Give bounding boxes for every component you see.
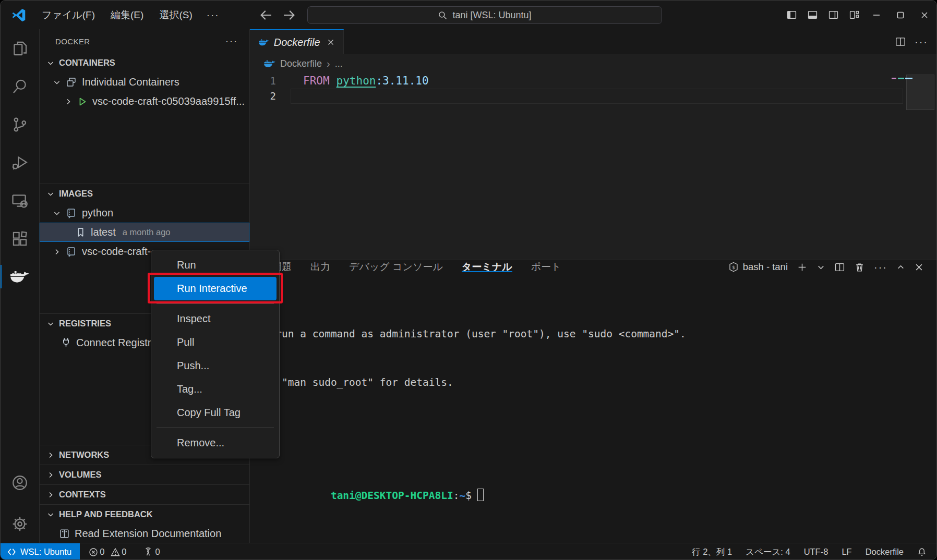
svg-text:$: $ (732, 265, 735, 270)
terminal-dropdown-icon[interactable] (816, 263, 825, 272)
menu-item-inspect[interactable]: Inspect (154, 307, 277, 331)
search-view-icon[interactable] (1, 67, 39, 105)
minimize-button[interactable] (864, 1, 888, 29)
chevron-right-icon (53, 248, 61, 256)
tree-item-image-python[interactable]: python (40, 203, 249, 223)
bash-terminal-icon: $ (728, 262, 739, 272)
eol[interactable]: LF (837, 547, 856, 557)
tab-output[interactable]: 出力 (310, 260, 330, 274)
menu-file[interactable]: ファイル(F) (34, 5, 103, 25)
forward-arrow-icon[interactable] (281, 7, 297, 23)
terminal-instance[interactable]: $ bash - tani (728, 261, 788, 273)
toggle-secondary-sidebar-icon[interactable] (823, 5, 844, 26)
maximize-panel-icon[interactable] (896, 263, 905, 272)
split-editor-icon[interactable] (895, 36, 906, 47)
containers-header[interactable]: CONTAINERS (40, 53, 249, 72)
menu-item-run-interactive[interactable]: Run Interactive (154, 277, 277, 300)
menu-item-copy-full-tag[interactable]: Copy Full Tag (154, 401, 277, 424)
chevron-down-icon (46, 190, 55, 198)
code-image-link[interactable]: python (337, 75, 376, 87)
toggle-panel-icon[interactable] (802, 5, 823, 26)
kill-terminal-trash-icon[interactable] (854, 262, 865, 273)
prompt-cwd: ~ (459, 490, 465, 502)
containers-group-icon (66, 77, 77, 88)
tree-item-individual-containers[interactable]: Individual Containers (40, 72, 249, 92)
notifications-bell-icon[interactable] (912, 547, 931, 557)
tab-terminal[interactable]: ターミナル (462, 260, 512, 274)
remote-indicator[interactable]: WSL: Ubuntu (1, 543, 80, 560)
titlebar-actions (781, 1, 936, 29)
tree-item-tag-latest[interactable]: latest a month ago (40, 223, 249, 242)
cursor-position[interactable]: 行 2、列 1 (687, 546, 737, 558)
menu-item-tag[interactable]: Tag... (154, 378, 277, 401)
menu-selection[interactable]: 選択(S) (151, 5, 200, 25)
new-terminal-icon[interactable] (797, 262, 808, 273)
warning-icon (111, 547, 120, 557)
menu-item-run[interactable]: Run (154, 253, 277, 277)
chevron-down-icon (53, 78, 61, 87)
menu-more-button[interactable]: ··· (200, 6, 226, 24)
source-control-icon[interactable] (1, 105, 39, 143)
chevron-right-icon (46, 471, 55, 479)
menu-item-pull[interactable]: Pull (154, 331, 277, 354)
close-window-button[interactable] (912, 1, 936, 29)
images-header[interactable]: IMAGES (40, 184, 249, 203)
breadcrumb-file[interactable]: Dockerfile (280, 58, 322, 69)
accounts-icon[interactable] (1, 464, 39, 502)
menu-edit[interactable]: 編集(E) (103, 5, 151, 25)
contexts-header[interactable]: CONTEXTS (40, 485, 249, 504)
tab-close-icon[interactable] (325, 35, 337, 49)
editor-tab-bar: Dockerfile ··· (250, 29, 936, 54)
breadcrumb-symbol[interactable]: ... (335, 58, 343, 69)
terminal-cursor (477, 489, 484, 501)
sidebar-more-button[interactable]: ··· (221, 35, 242, 48)
command-center[interactable]: tani [WSL: Ubuntu] (307, 6, 662, 24)
help-header[interactable]: HELP AND FEEDBACK (40, 505, 249, 524)
chevron-right-icon (46, 491, 55, 499)
volumes-header[interactable]: VOLUMES (40, 465, 249, 484)
close-panel-icon[interactable] (914, 262, 924, 272)
explorer-icon[interactable] (1, 29, 39, 67)
panel-more-actions-icon[interactable]: ··· (874, 261, 887, 273)
maximize-button[interactable] (888, 1, 912, 29)
title-bar: ファイル(F) 編集(E) 選択(S) ··· tani [WSL: Ubunt… (1, 1, 936, 29)
back-arrow-icon[interactable] (258, 7, 274, 23)
run-debug-icon[interactable] (1, 143, 39, 181)
editor-more-actions-icon[interactable]: ··· (915, 36, 928, 48)
menu-item-push[interactable]: Push... (154, 354, 277, 378)
split-terminal-icon[interactable] (834, 262, 845, 273)
language-mode[interactable]: Dockerfile (861, 547, 908, 557)
menu-item-remove[interactable]: Remove... (154, 431, 277, 455)
line-number: 2 (250, 89, 291, 104)
tab-dockerfile[interactable]: Dockerfile (250, 29, 344, 54)
prompt-symbol: $ (465, 490, 472, 502)
book-icon (59, 528, 70, 539)
terminal-line: See "man sudo_root" for details. (257, 374, 936, 391)
toggle-sidebar-icon[interactable] (781, 5, 802, 26)
help-section: HELP AND FEEDBACK Read Extension Documen… (40, 504, 249, 543)
docker-view-icon[interactable] (1, 258, 39, 296)
problems-status[interactable]: 0 0 (84, 543, 131, 560)
ports-status[interactable]: 0 (139, 543, 165, 560)
code-keyword: FROM (303, 75, 330, 87)
settings-gear-icon[interactable] (1, 505, 39, 543)
plug-icon (61, 337, 71, 348)
breadcrumb[interactable]: Dockerfile › ... (250, 54, 936, 74)
tree-item-container-vsc-code-craft[interactable]: vsc-code-craft-c05039aa9915ff... (40, 92, 249, 111)
tab-ports[interactable]: ポート (531, 260, 561, 274)
bottom-panel: 問題 出力 デバッグ コンソール ターミナル ポート $ bash - tani (250, 260, 936, 543)
indentation[interactable]: スペース: 4 (741, 546, 795, 558)
code-editor[interactable]: 1 FROMpython:3.11.10 2 (250, 74, 936, 260)
terminal-output[interactable]: To run a command as administrator (user … (250, 274, 936, 552)
container-running-icon (77, 96, 88, 107)
code-version: :3.11.10 (376, 75, 428, 87)
terminal-line: To run a command as administrator (user … (257, 326, 936, 342)
encoding[interactable]: UTF-8 (799, 547, 833, 557)
tab-debug-console[interactable]: デバッグ コンソール (349, 260, 443, 274)
remote-explorer-icon[interactable] (1, 181, 39, 220)
extensions-icon[interactable] (1, 220, 39, 258)
chevron-down-icon (46, 59, 55, 67)
minimap-slider[interactable] (906, 75, 934, 110)
help-item-read-docs[interactable]: Read Extension Documentation (40, 524, 249, 543)
customize-layout-icon[interactable] (844, 5, 864, 26)
